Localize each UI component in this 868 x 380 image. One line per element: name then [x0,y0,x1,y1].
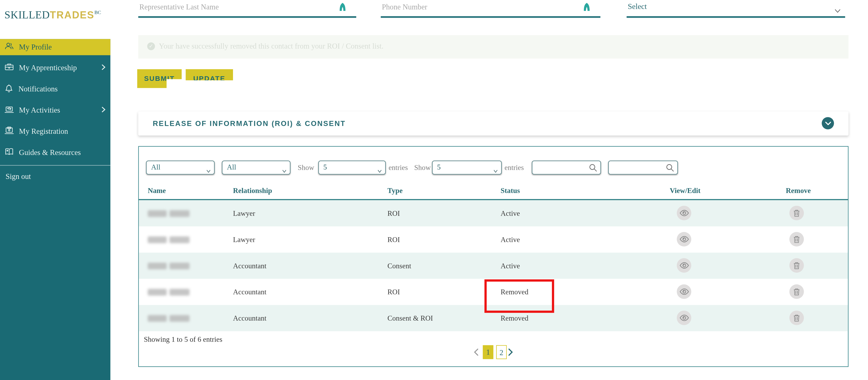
page-size-select-2[interactable]: 5 [432,160,502,175]
contact-name-redacted [148,279,190,305]
chevron-down-icon [493,166,498,175]
trash-icon [794,314,800,322]
contact-name-redacted [148,226,190,253]
next-page-button[interactable] [508,348,513,358]
table-row: Accountant Consent Active [139,253,848,279]
filter-value: All [227,163,236,171]
book-icon [4,147,14,158]
chevron-down-icon [206,166,211,175]
view-edit-button[interactable] [677,206,691,220]
type-cell: Consent [388,253,411,279]
sidebar-item-my-registration[interactable]: My Registration [0,121,110,142]
relationship-cell: Accountant [233,279,267,305]
flame-icon [583,2,590,14]
sign-out-link[interactable]: Sign out [0,166,110,184]
representative-last-name-field[interactable] [138,0,356,18]
table-header-row: Name Relationship Type Status View/Edit … [139,182,848,199]
table-body: Lawyer ROI Active Lawyer ROI Active Acco… [139,200,848,331]
contact-name-redacted [148,253,190,279]
page-size-select-1[interactable]: 5 [318,160,386,175]
delete-button[interactable] [789,258,804,273]
sidebar-item-notifications[interactable]: Notifications [0,79,110,100]
sidebar-item-label: Guides & Resources [19,148,81,157]
previous-page-button[interactable] [474,348,478,358]
eye-icon [679,236,689,242]
table-search-box-2[interactable] [608,160,678,175]
filter-value: All [151,163,160,171]
delete-button[interactable] [789,206,804,220]
delete-button[interactable] [789,232,804,246]
trash-icon [794,209,800,217]
collapse-section-button[interactable] [822,117,834,129]
contact-name-redacted [148,305,190,331]
status-filter-select[interactable]: All [222,160,290,175]
eye-icon [679,315,689,321]
page-button-1[interactable]: 1 [483,345,493,359]
page-button-2[interactable]: 2 [496,345,507,359]
contact-name-redacted [148,200,190,226]
sidebar: SKILLEDTRADESBC My Profile My Apprentice… [0,0,110,380]
view-edit-button[interactable] [677,311,691,325]
sidebar-item-my-profile[interactable]: My Profile [0,39,110,55]
briefcase-icon [4,62,14,74]
phone-number-input[interactable] [381,0,600,12]
profile-icon [4,42,14,53]
view-edit-button[interactable] [677,285,691,299]
table-search-box-1[interactable] [532,160,601,175]
delete-button[interactable] [789,285,804,299]
update-button[interactable]: UPDATE [186,69,233,88]
logo-text-trades: TRADES [50,9,94,21]
flame-icon [339,2,346,14]
chevron-right-icon [508,348,513,356]
status-cell: Active [500,226,520,253]
column-header-name: Name [148,182,166,199]
trash-icon [794,262,800,269]
phone-number-field[interactable] [381,0,600,18]
column-header-type: Type [388,182,403,199]
view-edit-button[interactable] [677,258,691,273]
column-header-status: Status [500,182,520,199]
sidebar-item-label: My Activities [19,106,60,115]
pagination: 1 2 [139,345,848,360]
search-icon [589,163,598,172]
laptop-learning-icon [4,105,14,116]
entries-label: entries [504,160,524,175]
status-cell: Removed [500,279,528,305]
sidebar-item-my-activities[interactable]: My Activities [0,100,110,121]
monitor-register-icon [4,126,14,137]
sidebar-item-my-apprenticeship[interactable]: My Apprenticeship [0,57,110,79]
chevron-down-icon [282,166,286,175]
logo-text-bc: BC [94,9,101,15]
chevron-left-icon [474,348,478,356]
type-filter-select[interactable]: All [146,160,215,175]
column-header-remove: Remove [782,182,815,199]
sidebar-item-guides-resources[interactable]: Guides & Resources [0,142,110,163]
type-cell: ROI [388,226,400,253]
relationship-cell: Lawyer [233,200,255,226]
type-cell: ROI [388,279,400,305]
trash-icon [794,288,800,295]
relationship-cell: Accountant [233,305,267,331]
chevron-down-icon [377,166,382,175]
alert-message: Your have successfully removed this cont… [159,42,383,51]
chevron-right-icon [101,64,105,72]
check-circle-icon: ✓ [147,42,155,50]
sidebar-nav: My Profile My Apprenticeship Notificatio… [0,39,110,380]
eye-icon [679,288,689,295]
view-edit-button[interactable] [677,232,691,246]
chevron-down-icon [835,5,841,15]
skilledtradesbc-logo[interactable]: SKILLEDTRADESBC [4,9,101,21]
sidebar-item-label: My Registration [19,127,68,136]
relationship-cell: Accountant [233,253,267,279]
delete-button[interactable] [789,311,804,325]
table-row: Lawyer ROI Active [139,200,848,226]
select-value: Select [627,0,845,11]
logo-text-skilled: SKILLED [4,9,50,21]
type-cell: Consent & ROI [388,305,433,331]
submit-button[interactable]: SUBMIT [137,69,182,88]
representative-last-name-input[interactable] [138,0,356,12]
representative-select-dropdown[interactable]: Select [627,0,845,18]
sidebar-item-label: My Apprenticeship [19,64,77,72]
eye-icon [679,210,689,216]
status-cell: Active [500,253,520,279]
